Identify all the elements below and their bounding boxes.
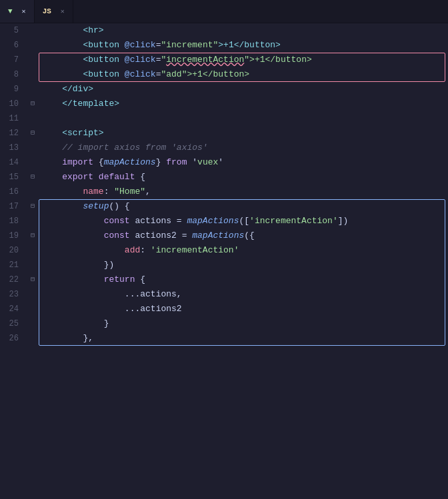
gutter-item xyxy=(27,331,39,346)
token: mapActions xyxy=(104,157,156,167)
gutter: ⊟⊟⊟⊟⊟⊟ xyxy=(27,23,39,499)
tab-close-index-js[interactable]: ✕ xyxy=(61,7,65,15)
token: vuex xyxy=(197,157,218,167)
line-numbers: 567891011121314151617181920212223242526 xyxy=(0,23,27,499)
token xyxy=(41,55,83,65)
token: // import axios xyxy=(62,143,145,153)
tab-home-vue[interactable]: ▼ ✕ xyxy=(0,0,35,23)
line-number: 6 xyxy=(5,38,19,53)
token: } xyxy=(156,157,167,167)
token xyxy=(41,99,62,109)
token: from xyxy=(145,143,166,153)
code-line: ...actions2 xyxy=(39,302,448,316)
code-line: <button @click="incrementAction">+1</but… xyxy=(39,53,448,67)
line-number: 19 xyxy=(5,229,19,243)
line-number: 16 xyxy=(5,185,19,199)
code-line: // import axios from 'axios' xyxy=(39,141,448,155)
code-line: </div> xyxy=(39,82,448,97)
token: > xyxy=(99,128,104,138)
gutter-item xyxy=(27,67,39,82)
token: ' xyxy=(187,157,197,167)
token xyxy=(41,172,62,182)
code-line: <hr> xyxy=(39,23,448,38)
token: hr xyxy=(88,25,99,35)
token: mapActions xyxy=(187,216,239,226)
token: button xyxy=(88,69,125,79)
token: setup xyxy=(83,201,109,211)
token: }, xyxy=(83,333,93,343)
code-line: return { xyxy=(39,272,448,287)
token xyxy=(41,333,83,343)
token: button xyxy=(88,40,125,50)
gutter-item[interactable]: ⊟ xyxy=(27,126,39,141)
token: , xyxy=(145,187,151,197)
token xyxy=(41,157,62,167)
gutter-item[interactable]: ⊟ xyxy=(27,272,39,287)
code-line: <button @click="increment">+1</button> xyxy=(39,38,448,53)
token: script xyxy=(67,128,99,138)
line-number: 5 xyxy=(5,23,19,38)
token: : xyxy=(104,187,115,197)
line-number: 7 xyxy=(5,53,19,67)
token: > xyxy=(99,25,104,35)
token: { xyxy=(99,157,104,167)
line-number: 14 xyxy=(5,155,19,170)
token: { xyxy=(140,274,145,284)
gutter-item[interactable]: ⊟ xyxy=(27,199,39,214)
gutter-item[interactable]: ⊟ xyxy=(27,170,39,185)
token: "add">+1</button> xyxy=(161,69,249,79)
code-line: } xyxy=(39,316,448,331)
token: </template> xyxy=(62,99,119,109)
line-number: 9 xyxy=(5,82,19,97)
token xyxy=(41,231,104,241)
line-number: 22 xyxy=(5,272,19,287)
token: const xyxy=(104,216,135,226)
line-number: 26 xyxy=(5,331,19,346)
gutter-item[interactable]: ⊟ xyxy=(27,229,39,243)
token xyxy=(41,128,62,138)
code-line: </template> xyxy=(39,97,448,111)
token: 'axios' xyxy=(166,143,207,153)
editor-area: 567891011121314151617181920212223242526 … xyxy=(0,23,448,499)
code-line: name: "Home", xyxy=(39,185,448,199)
token: ({ xyxy=(244,231,255,241)
token: ]) xyxy=(338,216,349,226)
code-content: <hr> <button @click="increment">+1</butt… xyxy=(39,23,448,499)
line-number: 10 xyxy=(5,97,19,111)
token: actions2 = xyxy=(135,231,192,241)
token: >+1</button> xyxy=(218,40,281,50)
token: mapActions xyxy=(192,231,244,241)
token xyxy=(41,25,83,35)
gutter-item xyxy=(27,155,39,170)
token xyxy=(41,318,104,328)
gutter-item[interactable]: ⊟ xyxy=(27,97,39,111)
token xyxy=(41,187,83,197)
gutter-item xyxy=(27,53,39,67)
token xyxy=(41,304,125,314)
token: actions2 xyxy=(140,304,181,314)
gutter-item xyxy=(27,214,39,229)
token: "Home" xyxy=(114,187,145,197)
tab-index-js[interactable]: JS ✕ xyxy=(35,0,73,23)
token: from xyxy=(166,157,187,167)
token: "increment" xyxy=(161,40,218,50)
code-line xyxy=(39,111,448,126)
token: }) xyxy=(104,260,115,270)
tab-close-home-vue[interactable]: ✕ xyxy=(22,7,26,15)
code-line: import {mapActions} from 'vuex' xyxy=(39,155,448,170)
token xyxy=(41,216,104,226)
line-number: 13 xyxy=(5,141,19,155)
line-number: 24 xyxy=(5,302,19,316)
line-number: 23 xyxy=(5,287,19,302)
token xyxy=(41,289,125,299)
token: incrementAction xyxy=(166,55,244,65)
token: < xyxy=(62,128,67,138)
editor-window: ▼ ✕ JS ✕ 5678910111213141516171819202122… xyxy=(0,0,448,499)
token: </div> xyxy=(62,84,93,94)
code-line: add: 'incrementAction' xyxy=(39,243,448,258)
line-number: 21 xyxy=(5,258,19,272)
token: @click xyxy=(125,55,156,65)
gutter-item xyxy=(27,82,39,97)
token: 'incrementAction' xyxy=(151,245,239,255)
line-number: 17 xyxy=(5,199,19,214)
